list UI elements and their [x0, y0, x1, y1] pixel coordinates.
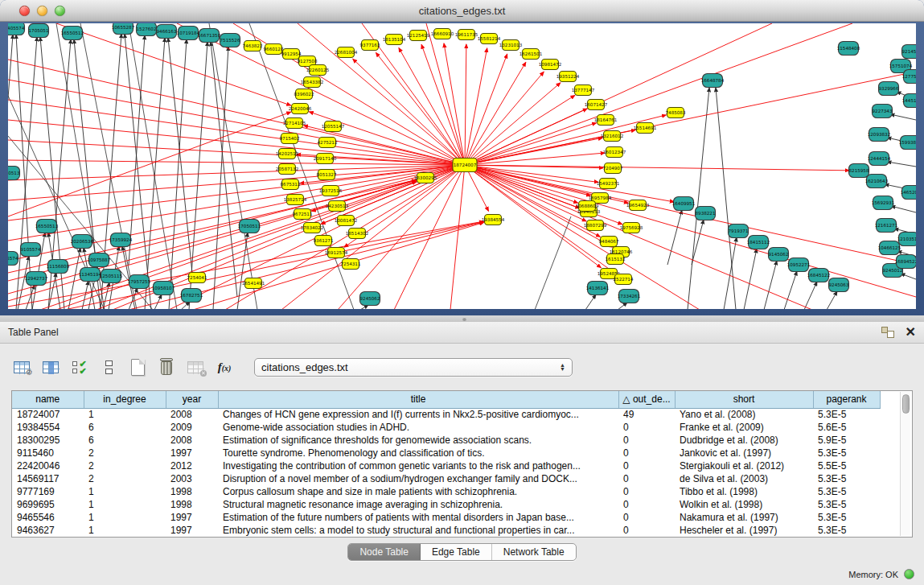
- node-table[interactable]: namein_degreeyeartitle△ out_de...shortpa…: [12, 391, 881, 537]
- table-cell[interactable]: 0: [618, 524, 675, 537]
- network-node-yellow[interactable]: 9361271: [314, 236, 334, 246]
- table-cell[interactable]: 49: [618, 408, 675, 421]
- network-node-yellow[interactable]: 22681004: [335, 47, 358, 58]
- table-cell[interactable]: 0: [618, 498, 675, 511]
- network-node-teal[interactable]: 15993812: [899, 136, 916, 150]
- network-node-yellow[interactable]: 7204907: [603, 163, 623, 174]
- table-cell[interactable]: Changes of HCN gene expression and I(f) …: [218, 408, 618, 421]
- column-header[interactable]: short: [675, 391, 813, 408]
- network-node-teal[interactable]: 10952271: [787, 258, 811, 272]
- table-cell[interactable]: Dudbridge et al. (2008): [675, 434, 813, 447]
- network-node-teal[interactable]: 14451230: [902, 94, 916, 108]
- table-row[interactable]: 977716911998Corpus callosum shape and si…: [12, 485, 880, 498]
- table-row[interactable]: 946554611997Estimation of the future num…: [12, 511, 880, 524]
- network-node-yellow[interactable]: 13231013: [499, 40, 523, 51]
- table-cell[interactable]: 2: [84, 472, 166, 485]
- network-node-teal[interactable]: 11345194: [79, 268, 102, 282]
- table-cell[interactable]: 1: [84, 498, 166, 511]
- table-cell[interactable]: 6: [84, 434, 166, 447]
- table-cell[interactable]: 22420046: [12, 459, 84, 472]
- network-node-yellow[interactable]: 18164761: [594, 115, 618, 126]
- network-node-yellow[interactable]: 10981472: [539, 60, 561, 70]
- table-cell[interactable]: 1997: [166, 524, 218, 537]
- network-node-teal[interactable]: 7515526: [220, 34, 240, 47]
- tab-network-table[interactable]: Network Table: [492, 544, 576, 560]
- network-node-teal[interactable]: 9227343: [873, 105, 893, 118]
- network-node-yellow[interactable]: 15514691: [634, 123, 657, 134]
- network-node-teal[interactable]: 16671358: [198, 29, 221, 43]
- float-panel-icon[interactable]: [881, 327, 894, 338]
- table-row[interactable]: 1872400712008Changes of HCN gene express…: [12, 408, 880, 421]
- table-cell[interactable]: 5.5E-5: [813, 459, 880, 472]
- table-cell[interactable]: Disruption of a novel member of a sodium…: [218, 472, 618, 485]
- table-cell[interactable]: 9115460: [12, 447, 84, 459]
- table-cell[interactable]: 5.9E-5: [813, 434, 880, 447]
- network-node-yellow[interactable]: 7463822: [243, 41, 263, 51]
- table-cell[interactable]: 1997: [166, 511, 218, 524]
- network-node-yellow[interactable]: 18135104: [383, 35, 406, 45]
- network-node-teal[interactable]: 16550512: [61, 27, 84, 40]
- network-node-teal[interactable]: 10719184: [177, 27, 200, 40]
- column-header[interactable]: name: [12, 391, 84, 408]
- network-node-teal[interactable]: 16648784: [701, 74, 725, 88]
- table-cell[interactable]: Nakamura et al. (1997): [675, 511, 813, 524]
- network-node-teal[interactable]: 17334261: [618, 290, 641, 303]
- table-cell[interactable]: 2: [84, 447, 166, 459]
- table-cell[interactable]: 0: [618, 434, 675, 447]
- table-cell[interactable]: 5.3E-5: [813, 408, 880, 421]
- table-cell[interactable]: 0: [618, 511, 675, 524]
- network-node-teal[interactable]: 17957255: [128, 275, 151, 289]
- network-canvas[interactable]: 9405574170505116550512106552871527602946…: [8, 23, 916, 309]
- network-node-yellow[interactable]: 16261501: [519, 49, 543, 60]
- network-node-yellow[interactable]: 9377163: [360, 40, 380, 51]
- network-node-yellow[interactable]: 17834022: [301, 223, 323, 233]
- network-node-teal[interactable]: 16409951: [672, 197, 696, 211]
- table-cell[interactable]: 2009: [166, 421, 218, 434]
- table-cell[interactable]: Corpus callosum shape and size in male p…: [218, 485, 618, 498]
- table-row[interactable]: 1938455462009Genome-wide association stu…: [12, 421, 880, 434]
- network-node-teal[interactable]: 16210643: [865, 175, 889, 188]
- table-cell[interactable]: 0: [618, 485, 675, 498]
- network-node-teal[interactable]: 12775141: [902, 70, 916, 84]
- table-cell[interactable]: 5.3E-5: [813, 472, 880, 485]
- table-cell[interactable]: Genome-wide association studies in ADHD.: [218, 421, 618, 434]
- network-node-teal[interactable]: 12942737: [25, 272, 48, 286]
- table-cell[interactable]: 2012: [166, 459, 218, 472]
- table-cell[interactable]: 5.3E-5: [813, 498, 880, 511]
- network-node-yellow[interactable]: 14230513: [326, 201, 349, 212]
- network-node-teal[interactable]: 16845122: [807, 269, 830, 282]
- network-node-teal[interactable]: 8215958: [849, 164, 869, 178]
- network-node-teal[interactable]: 17359924: [109, 233, 133, 247]
- table-cell[interactable]: 1: [84, 524, 166, 537]
- network-node-yellow[interactable]: 16543382: [301, 77, 323, 88]
- scrollbar-thumb[interactable]: [902, 394, 910, 414]
- table-cell[interactable]: 14569117: [12, 472, 84, 485]
- table-cell[interactable]: 5.3E-5: [813, 524, 880, 537]
- network-node-teal[interactable]: 10958107: [152, 282, 175, 295]
- table-cell[interactable]: 0: [618, 447, 675, 459]
- network-node-teal[interactable]: 10975887: [88, 253, 111, 267]
- network-node-yellow[interactable]: 19351224: [556, 72, 580, 82]
- network-node-teal[interactable]: 7919371: [729, 225, 749, 238]
- zoom-window-icon[interactable]: [55, 6, 65, 16]
- table-cell[interactable]: 0: [618, 472, 675, 485]
- table-cell[interactable]: Wolkin et al. (1998): [675, 498, 813, 511]
- table-cell[interactable]: Hescheler et al. (1997): [675, 524, 813, 537]
- table-cell[interactable]: Structural magnetic resonance image aver…: [218, 498, 618, 511]
- table-scrollbar[interactable]: [900, 392, 910, 536]
- network-node-teal[interactable]: 11548408: [837, 42, 860, 56]
- new-table-button[interactable]: [127, 356, 148, 377]
- network-node-yellow[interactable]: 13825714: [284, 195, 307, 205]
- network-node-yellow[interactable]: 8396022: [294, 89, 314, 100]
- network-node-yellow[interactable]: 10081472: [335, 216, 357, 226]
- network-node-yellow[interactable]: 7485083: [666, 108, 686, 118]
- network-node-yellow[interactable]: 4275212: [318, 138, 338, 148]
- network-node-yellow[interactable]: 2522714: [614, 274, 634, 285]
- tab-node-table[interactable]: Node Table: [348, 544, 421, 560]
- close-window-icon[interactable]: [19, 6, 30, 16]
- panel-divider[interactable]: [0, 315, 924, 322]
- network-node-yellow[interactable]: 9715402: [280, 134, 300, 144]
- network-node-yellow[interactable]: 14202512: [276, 149, 298, 159]
- table-cell[interactable]: Yano et al. (2008): [675, 408, 813, 421]
- table-cell[interactable]: Embryonic stem cells: a model to study s…: [218, 524, 618, 537]
